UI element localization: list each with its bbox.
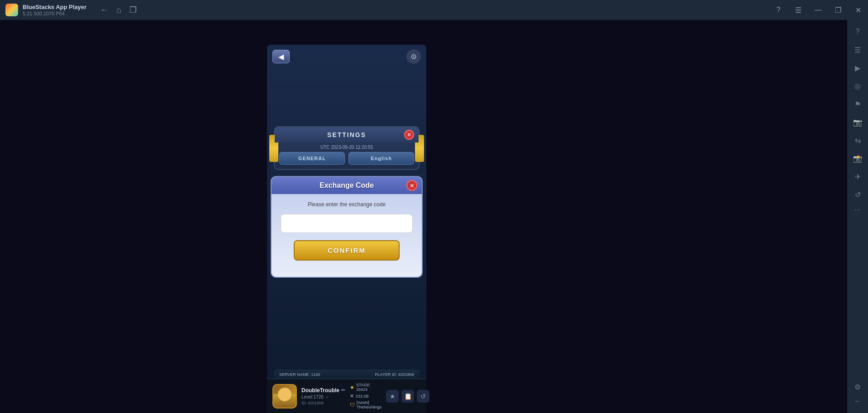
copy-button[interactable]: ❐ <box>129 6 137 14</box>
back-button[interactable]: ← <box>100 6 108 14</box>
restore-button[interactable]: ❐ <box>828 0 848 20</box>
player-avatar <box>272 384 297 408</box>
sidebar-photo-icon[interactable]: 📸 <box>849 150 866 166</box>
tab-general[interactable]: GENERAL <box>279 152 345 165</box>
player-stats: ★ STAGE: 18424 ✕ 233.5B 🛡 [AeoN] TheNeoN… <box>350 383 382 409</box>
settings-tabs: GENERAL English <box>275 152 419 169</box>
player-info-bar: DoubleTrouble ✏ Level:1726 ♂ ID: 4201806… <box>267 379 426 413</box>
settings-panel: SETTINGS ✕ UTC 2023-09-20 12:20:55 GENER… <box>274 126 420 170</box>
note-action-button[interactable]: 📋 <box>401 390 414 403</box>
settings-utc: UTC 2023-09-20 12:20:55 <box>275 142 419 152</box>
minimize-button[interactable]: — <box>808 0 828 20</box>
refresh-action-button[interactable]: ↺ <box>417 390 429 403</box>
titlebar-nav: ← ⌂ ❐ <box>100 6 137 14</box>
tab-language[interactable]: English <box>348 152 414 165</box>
settings-title: SETTINGS <box>327 131 366 138</box>
player-name: DoubleTrouble <box>301 387 339 394</box>
exchange-close-button[interactable]: ✕ <box>406 180 417 191</box>
guild-icon: 🛡 <box>350 402 355 408</box>
close-button[interactable]: ✕ <box>848 0 868 20</box>
sidebar-more-icon[interactable]: ⋯ <box>854 206 861 214</box>
player-stage: STAGE: 18424 <box>356 383 382 392</box>
app-logo <box>5 4 18 16</box>
app-version: 5.21.500.1070 P64 <box>23 11 86 16</box>
sidebar-location-icon[interactable]: ✈ <box>849 168 866 185</box>
help-button[interactable]: ? <box>768 0 788 20</box>
game-back-button[interactable]: ◀ <box>272 50 290 63</box>
confirm-button[interactable]: CONFIRM <box>294 240 400 261</box>
sidebar-refresh-icon[interactable]: ↺ <box>849 186 866 203</box>
edit-icon: ✏ <box>341 387 345 393</box>
sidebar-help-icon[interactable]: ? <box>849 24 866 40</box>
sidebar-swap-icon[interactable]: ⇆ <box>849 132 866 148</box>
right-sidebar: ? ☰ ▶ ◎ ⚑ 📷 ⇆ 📸 ✈ ↺ ⋯ ⚙ ← <box>847 20 868 413</box>
main-area: ◀ ⚙ SETTINGS ✕ UTC 2023-09-20 12:20:55 G… <box>0 20 847 413</box>
player-details: DoubleTrouble ✏ Level:1726 ♂ ID: 4201806 <box>301 387 345 405</box>
exchange-code-dialog: Exchange Code ✕ Please enter the exchang… <box>271 176 423 278</box>
player-id-display: ID: 4201806 <box>301 401 345 405</box>
sidebar-record-icon[interactable]: ▶ <box>849 60 866 76</box>
sidebar-settings-icon[interactable]: ⚙ <box>849 379 866 395</box>
settings-title-bar: SETTINGS ✕ <box>275 127 419 142</box>
player-id: PLAYER ID: 4201806 <box>375 372 414 377</box>
resource-icon: ✕ <box>350 393 354 399</box>
player-resource: 233.5B <box>356 394 369 399</box>
exchange-title-bar: Exchange Code ✕ <box>272 177 422 194</box>
exchange-title: Exchange Code <box>320 181 374 189</box>
app-name: BlueStacks App Player <box>23 4 86 10</box>
settings-close-button[interactable]: ✕ <box>404 130 414 140</box>
player-guild: [AeoN] TheNeoNings <box>357 400 382 409</box>
exchange-code-input[interactable] <box>281 214 413 233</box>
game-window: ◀ ⚙ SETTINGS ✕ UTC 2023-09-20 12:20:55 G… <box>267 45 426 407</box>
back-arrow-icon: ◀ <box>278 52 284 61</box>
star-action-button[interactable]: ★ <box>386 390 399 403</box>
titlebar: BlueStacks App Player 5.21.500.1070 P64 … <box>0 0 868 20</box>
window-controls: ? ☰ — ❐ ✕ <box>768 0 868 20</box>
sidebar-screenshot-icon[interactable]: 📷 <box>849 114 866 130</box>
player-level: Level:1726 <box>301 394 324 399</box>
stage-icon: ★ <box>350 385 354 390</box>
home-button[interactable]: ⌂ <box>116 6 121 14</box>
sidebar-back-icon[interactable]: ← <box>849 393 866 409</box>
game-gear-button[interactable]: ⚙ <box>406 49 421 64</box>
server-name: SERVER NAME: 1140 <box>279 372 320 377</box>
sidebar-camera-icon[interactable]: ◎ <box>849 78 866 94</box>
gender-icon: ♂ <box>325 394 329 400</box>
exchange-subtitle: Please enter the exchange code <box>281 201 413 208</box>
game-topbar: ◀ ⚙ <box>267 49 426 64</box>
sidebar-flag-icon[interactable]: ⚑ <box>849 96 866 112</box>
gear-icon: ⚙ <box>410 52 417 61</box>
exchange-body: Please enter the exchange code CONFIRM <box>272 194 422 268</box>
menu-button[interactable]: ☰ <box>788 0 808 20</box>
game-screen: ◀ ⚙ SETTINGS ✕ UTC 2023-09-20 12:20:55 G… <box>0 20 847 413</box>
server-info-bar: SERVER NAME: 1140 PLAYER ID: 4201806 <box>274 370 420 380</box>
player-action-buttons: ★ 📋 ↺ <box>386 390 429 403</box>
sidebar-menu-icon[interactable]: ☰ <box>849 42 866 58</box>
